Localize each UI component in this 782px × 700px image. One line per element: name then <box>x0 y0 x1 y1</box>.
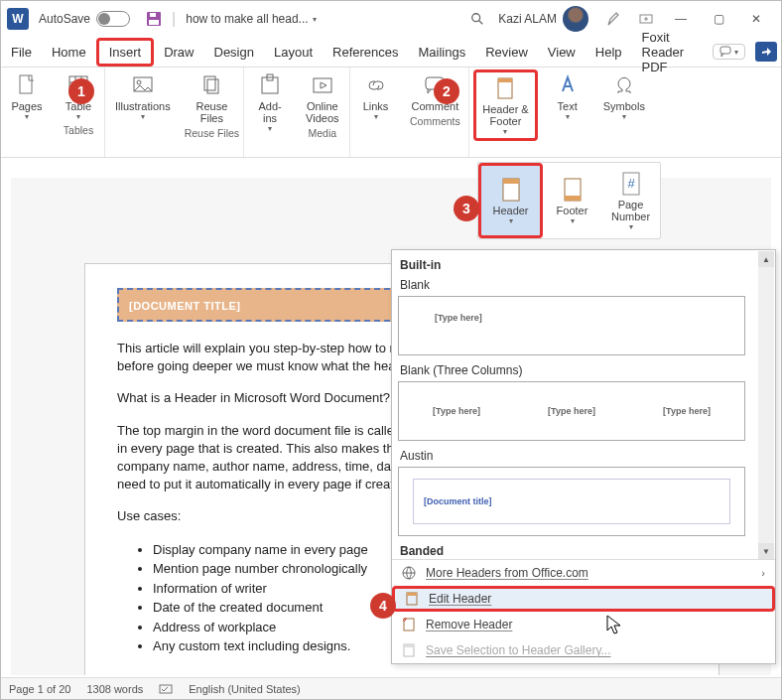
group-tables: Tables <box>64 123 93 137</box>
header-icon <box>499 177 523 205</box>
type-here-text: [Type here] <box>548 406 595 416</box>
svg-rect-11 <box>204 76 215 90</box>
svg-rect-7 <box>20 75 32 93</box>
gallery-item-blank3-label: Blank (Three Columns) <box>398 361 769 381</box>
pen-icon[interactable] <box>606 11 622 27</box>
tab-mailings[interactable]: Mailings <box>409 41 476 64</box>
page-number-icon: # <box>619 171 643 199</box>
save-selection-row: Save Selection to Header Gallery... <box>392 637 775 663</box>
text-icon <box>556 73 580 97</box>
share-icon <box>760 46 772 58</box>
illustrations-label: Illustrations <box>115 100 171 112</box>
gallery-footer: More Headers from Office.com › Edit Head… <box>392 559 775 663</box>
status-lang[interactable]: English (United States) <box>189 683 301 695</box>
gallery-scrollbar[interactable]: ▲ ▼ <box>758 251 774 559</box>
group-reuse: Reuse Files <box>185 126 239 140</box>
more-headers-row[interactable]: More Headers from Office.com › <box>392 560 775 586</box>
pages-button[interactable]: Pages▾ <box>5 70 49 123</box>
header-footer-icon <box>493 76 517 100</box>
autosave-toggle[interactable] <box>96 11 130 27</box>
tab-insert[interactable]: Insert <box>96 38 155 67</box>
header-footer-panel: Header▾ Footer▾ # Page Number▾ <box>477 162 661 239</box>
header-placeholder-text: [DOCUMENT TITLE] <box>129 300 240 312</box>
save-selection-label: Save Selection to Header Gallery... <box>426 643 611 657</box>
spellcheck-icon[interactable] <box>159 682 173 696</box>
menubar: File Home Insert Draw Design Layout Refe… <box>1 37 781 67</box>
tab-home[interactable]: Home <box>42 41 96 64</box>
edit-header-row[interactable]: Edit Header <box>392 586 775 612</box>
autosave-label: AutoSave <box>39 12 90 26</box>
badge-1: 1 <box>68 78 94 104</box>
edit-header-label: Edit Header <box>429 592 491 606</box>
symbols-button[interactable]: Symbols▾ <box>597 70 651 123</box>
share-area: ▾ <box>713 42 781 62</box>
svg-rect-2 <box>149 20 159 25</box>
tab-references[interactable]: References <box>323 41 408 64</box>
status-words[interactable]: 1308 words <box>86 683 143 695</box>
remove-header-icon <box>402 618 416 631</box>
document-title[interactable]: how to make all head... <box>186 12 308 26</box>
gallery-item-blank[interactable]: [Type here] <box>398 296 745 355</box>
save-icon[interactable] <box>146 11 162 27</box>
edit-header-icon <box>405 592 419 606</box>
tab-view[interactable]: View <box>538 41 586 64</box>
online-videos-button[interactable]: Online Videos <box>300 70 344 126</box>
links-button[interactable]: Links▾ <box>354 70 398 123</box>
page-number-dropdown-button[interactable]: # Page Number▾ <box>601 163 660 238</box>
comment-bubble-icon <box>719 46 731 58</box>
text-label: Text <box>558 100 578 112</box>
svg-rect-27 <box>407 593 417 596</box>
svg-rect-12 <box>207 79 218 93</box>
avatar[interactable] <box>563 6 588 32</box>
file-tab[interactable]: File <box>1 41 42 64</box>
search-icon[interactable] <box>470 12 484 26</box>
addins-button[interactable]: Add- ins▾ <box>248 70 292 135</box>
symbols-label: Symbols <box>603 100 645 112</box>
type-here-text: [Type here] <box>433 406 480 416</box>
scroll-up-icon[interactable]: ▲ <box>758 251 774 267</box>
svg-rect-22 <box>565 196 581 201</box>
tab-review[interactable]: Review <box>475 41 538 64</box>
footer-dropdown-button[interactable]: Footer▾ <box>543 163 601 238</box>
svg-rect-30 <box>404 644 414 647</box>
group-media: Media <box>309 126 337 140</box>
close-button[interactable]: ✕ <box>737 5 775 33</box>
svg-rect-15 <box>314 78 331 92</box>
remove-header-label: Remove Header <box>426 618 512 631</box>
tab-help[interactable]: Help <box>586 41 632 64</box>
footer-icon <box>561 177 585 205</box>
gallery-list[interactable]: Built-in Blank [Type here] Blank (Three … <box>392 250 775 559</box>
chevron-right-icon: › <box>761 567 765 579</box>
reuse-files-button[interactable]: Reuse Files <box>190 70 233 126</box>
header-footer-button[interactable]: Header & Footer▾ <box>473 70 537 141</box>
header-dropdown-button[interactable]: Header▾ <box>478 163 543 238</box>
gallery-item-austin[interactable]: [Document title] <box>398 467 745 536</box>
tab-insert-label: Insert <box>109 45 142 60</box>
text-button[interactable]: Text▾ <box>546 70 589 123</box>
tab-layout[interactable]: Layout <box>264 41 323 64</box>
username-label: Kazi ALAM <box>498 12 557 26</box>
page-number-label: Page Number <box>611 199 650 222</box>
badge-4: 4 <box>370 593 396 619</box>
type-here-text: [Type here] <box>663 406 711 416</box>
link-icon <box>364 73 388 97</box>
addins-label: Add- ins <box>258 100 281 124</box>
status-page[interactable]: Page 1 of 20 <box>9 683 70 695</box>
remove-header-row[interactable]: Remove Header <box>392 612 775 637</box>
statusbar: Page 1 of 20 1308 words English (United … <box>1 677 781 699</box>
word-window: W AutoSave | how to make all head... ▾ K… <box>0 0 782 700</box>
share-button[interactable] <box>755 42 777 62</box>
svg-rect-20 <box>503 179 519 184</box>
footer-label: Footer <box>557 205 588 216</box>
tab-design[interactable]: Design <box>204 41 264 64</box>
tab-draw[interactable]: Draw <box>154 41 203 64</box>
gallery-item-blank3[interactable]: [Type here] [Type here] [Type here] <box>398 381 745 441</box>
svg-point-10 <box>137 80 141 84</box>
scroll-down-icon[interactable]: ▼ <box>758 543 774 559</box>
comments-pill[interactable]: ▾ <box>713 44 745 60</box>
badge-3: 3 <box>454 196 479 221</box>
reuse-icon <box>199 73 223 97</box>
doc-title-caret-icon[interactable]: ▾ <box>313 15 317 24</box>
ribbon-insert: Pages▾ Table▾ Tables Illustrations▾ <box>1 67 781 158</box>
illustrations-button[interactable]: Illustrations▾ <box>109 70 177 123</box>
